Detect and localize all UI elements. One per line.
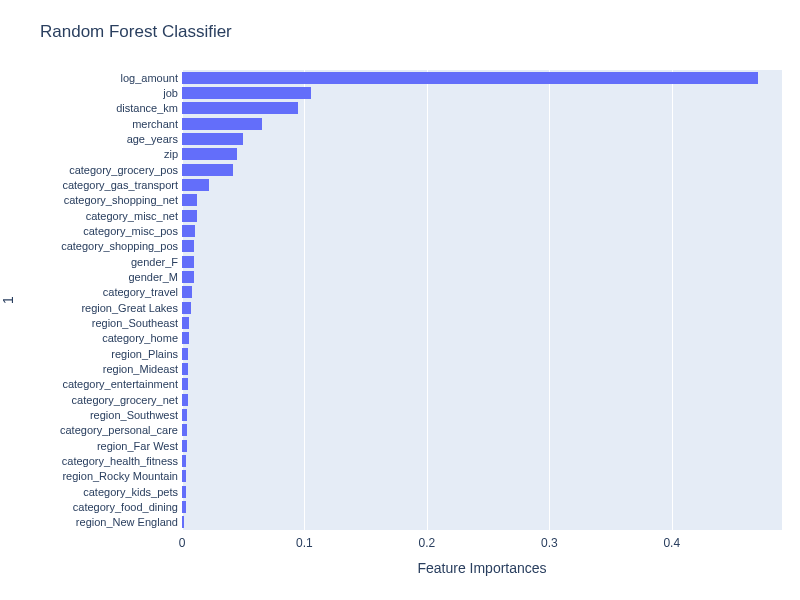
bar-row <box>182 486 186 498</box>
bar-row <box>182 240 194 252</box>
bar-row <box>182 302 191 314</box>
bar-row <box>182 363 188 375</box>
category-label: region_Southeast <box>92 317 178 329</box>
bar-row <box>182 87 311 99</box>
category-label: category_grocery_net <box>72 394 178 406</box>
category-label: category_gas_transport <box>62 179 178 191</box>
bar <box>182 118 262 130</box>
bar-row <box>182 210 197 222</box>
bar <box>182 409 187 421</box>
bar-row <box>182 332 189 344</box>
bar <box>182 302 191 314</box>
bar-row <box>182 470 186 482</box>
bar-row <box>182 118 262 130</box>
bar <box>182 363 188 375</box>
category-label: category_shopping_pos <box>61 240 178 252</box>
category-label: category_grocery_pos <box>69 164 178 176</box>
x-tick-label: 0.3 <box>541 536 558 550</box>
bar <box>182 486 186 498</box>
bar <box>182 286 192 298</box>
bar-row <box>182 516 184 528</box>
x-tick-label: 0 <box>179 536 186 550</box>
bar-row <box>182 179 209 191</box>
category-label: category_entertainment <box>62 378 178 390</box>
bar-row <box>182 409 187 421</box>
y-axis-label: 1 <box>0 296 16 304</box>
bar-row <box>182 72 758 84</box>
category-label: distance_km <box>116 102 178 114</box>
category-label: category_home <box>102 332 178 344</box>
category-label: merchant <box>132 118 178 130</box>
bar-row <box>182 194 197 206</box>
bar <box>182 332 189 344</box>
bar-row <box>182 440 187 452</box>
x-tick-label: 0.4 <box>663 536 680 550</box>
bar-row <box>182 317 189 329</box>
category-label: category_travel <box>103 286 178 298</box>
x-tick-label: 0.1 <box>296 536 313 550</box>
bar-row <box>182 394 188 406</box>
bars-container <box>182 70 782 530</box>
category-label: age_years <box>127 133 178 145</box>
bar-row <box>182 378 188 390</box>
category-label: job <box>163 87 178 99</box>
bar-row <box>182 102 298 114</box>
bar <box>182 256 194 268</box>
bar <box>182 72 758 84</box>
bar <box>182 424 187 436</box>
category-label: region_Far West <box>97 440 178 452</box>
category-label: category_personal_care <box>60 424 178 436</box>
bar <box>182 164 233 176</box>
x-axis-label: Feature Importances <box>417 560 546 576</box>
category-label: region_Great Lakes <box>81 302 178 314</box>
bar <box>182 348 188 360</box>
bar <box>182 210 197 222</box>
category-label: gender_F <box>131 256 178 268</box>
bar-row <box>182 286 192 298</box>
bar-row <box>182 225 195 237</box>
category-label: category_misc_pos <box>83 225 178 237</box>
bar <box>182 179 209 191</box>
bar-row <box>182 164 233 176</box>
category-label: category_food_dining <box>73 501 178 513</box>
bar <box>182 317 189 329</box>
bar <box>182 516 184 528</box>
bar-row <box>182 501 186 513</box>
bar-row <box>182 424 187 436</box>
bar-row <box>182 348 188 360</box>
category-label: category_health_fitness <box>62 455 178 467</box>
category-label: log_amount <box>121 72 179 84</box>
category-label: category_misc_net <box>86 210 178 222</box>
chart-title: Random Forest Classifier <box>40 22 232 42</box>
category-label: region_Southwest <box>90 409 178 421</box>
bar <box>182 394 188 406</box>
category-label: region_New England <box>76 516 178 528</box>
bar <box>182 470 186 482</box>
bar <box>182 240 194 252</box>
bar <box>182 148 237 160</box>
category-label: category_kids_pets <box>83 486 178 498</box>
category-label: gender_M <box>128 271 178 283</box>
bar-row <box>182 133 243 145</box>
bar <box>182 271 194 283</box>
category-label: zip <box>164 148 178 160</box>
bar <box>182 194 197 206</box>
bar <box>182 87 311 99</box>
category-label: region_Mideast <box>103 363 178 375</box>
bar <box>182 102 298 114</box>
category-label: region_Plains <box>111 348 178 360</box>
bar <box>182 455 186 467</box>
bar <box>182 225 195 237</box>
category-label: region_Rocky Mountain <box>62 470 178 482</box>
bar-row <box>182 148 237 160</box>
bar <box>182 378 188 390</box>
bar-row <box>182 256 194 268</box>
bar <box>182 440 187 452</box>
bar-row <box>182 455 186 467</box>
category-label: category_shopping_net <box>64 194 178 206</box>
bar <box>182 133 243 145</box>
bar <box>182 501 186 513</box>
bar-row <box>182 271 194 283</box>
x-tick-label: 0.2 <box>419 536 436 550</box>
